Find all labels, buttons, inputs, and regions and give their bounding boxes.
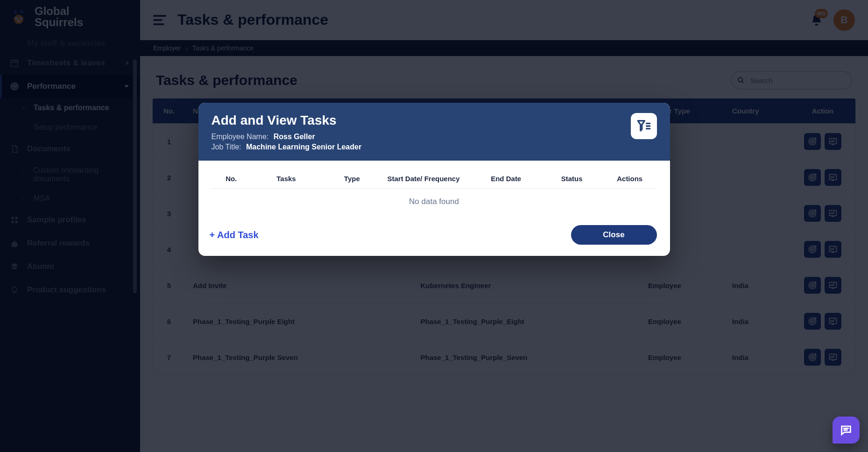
modal-col-status: Status xyxy=(541,169,603,189)
add-task-button[interactable]: + Add Task xyxy=(210,230,259,240)
no-data-message: No data found xyxy=(212,189,657,215)
modal-col-type: Type xyxy=(321,169,382,189)
add-view-tasks-modal: Add and View Tasks Employee Name: Ross G… xyxy=(198,103,670,256)
modal-col-tasks: Tasks xyxy=(251,169,321,189)
modal-overlay[interactable]: Add and View Tasks Employee Name: Ross G… xyxy=(0,0,868,452)
modal-col-start: Start Date/ Frequency xyxy=(382,169,471,189)
modal-footer: + Add Task Close xyxy=(198,219,670,256)
employee-name-label: Employee Name: xyxy=(212,133,269,141)
job-title-label: Job Title: xyxy=(212,143,241,151)
filter-button[interactable] xyxy=(631,113,657,139)
employee-name-value: Ross Geller xyxy=(274,133,315,141)
modal-col-end: End Date xyxy=(471,169,541,189)
modal-body: No. Tasks Type Start Date/ Frequency End… xyxy=(198,161,670,219)
modal-col-actions: Actions xyxy=(603,169,657,189)
modal-header: Add and View Tasks Employee Name: Ross G… xyxy=(198,103,670,161)
chat-icon xyxy=(840,424,853,437)
filter-list-icon xyxy=(636,118,652,134)
close-button[interactable]: Close xyxy=(571,225,657,245)
chat-widget-button[interactable] xyxy=(833,417,860,444)
tasks-table: No. Tasks Type Start Date/ Frequency End… xyxy=(212,169,657,215)
modal-col-no: No. xyxy=(212,169,251,189)
modal-title: Add and View Tasks xyxy=(212,113,623,128)
job-title-value: Machine Learning Senior Leader xyxy=(246,143,361,151)
